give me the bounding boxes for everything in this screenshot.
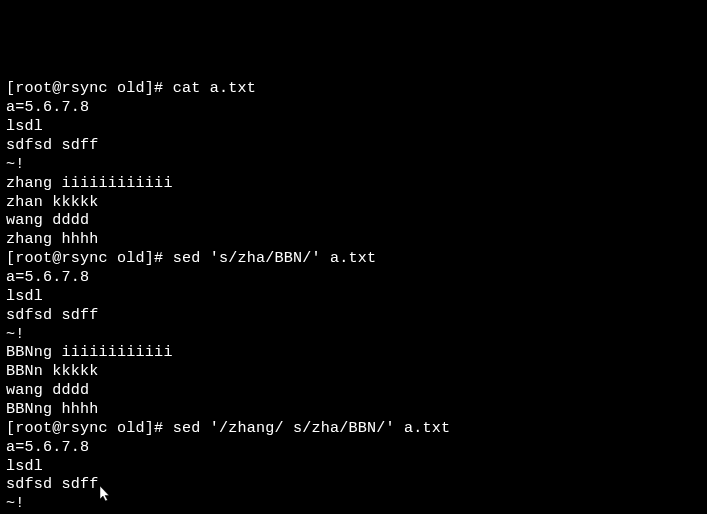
terminal-line: sdfsd sdff: [6, 136, 701, 155]
terminal-line: [root@rsync old]# cat a.txt: [6, 79, 701, 98]
terminal-line: a=5.6.7.8: [6, 98, 701, 117]
terminal-line: zhang hhhh: [6, 230, 701, 249]
terminal-line: a=5.6.7.8: [6, 268, 701, 287]
terminal-line: wang dddd: [6, 211, 701, 230]
terminal-line: ~!: [6, 325, 701, 344]
terminal-line: lsdl: [6, 287, 701, 306]
terminal-line: sdfsd sdff: [6, 475, 701, 494]
terminal-line: a=5.6.7.8: [6, 438, 701, 457]
terminal-line: zhan kkkkk: [6, 193, 701, 212]
terminal-line: wang dddd: [6, 381, 701, 400]
terminal-line: ~!: [6, 494, 701, 513]
terminal-line: lsdl: [6, 457, 701, 476]
terminal-line: BBNn kkkkk: [6, 362, 701, 381]
terminal-line: ~!: [6, 155, 701, 174]
terminal-line: lsdl: [6, 117, 701, 136]
terminal-line: zhang iiiiiiiiiiii: [6, 174, 701, 193]
terminal-output[interactable]: [root@rsync old]# cat a.txta=5.6.7.8lsdl…: [6, 79, 701, 514]
terminal-line: [root@rsync old]# sed 's/zha/BBN/' a.txt: [6, 249, 701, 268]
terminal-line: BBNng hhhh: [6, 400, 701, 419]
terminal-line: sdfsd sdff: [6, 306, 701, 325]
terminal-line: [root@rsync old]# sed '/zhang/ s/zha/BBN…: [6, 419, 701, 438]
terminal-line: BBNng iiiiiiiiiiii: [6, 343, 701, 362]
